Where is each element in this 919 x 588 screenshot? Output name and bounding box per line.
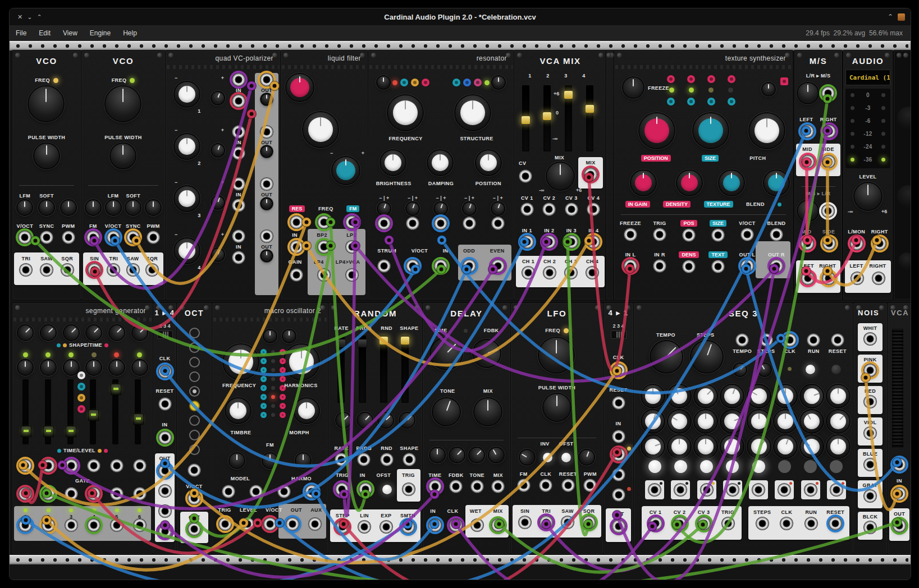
voct-jack[interactable] <box>406 259 419 273</box>
trig-out-jack[interactable] <box>402 483 415 496</box>
lfm-knob[interactable] <box>106 200 121 215</box>
seg-mode-icon[interactable] <box>77 394 85 402</box>
inv-button[interactable] <box>543 453 552 462</box>
saw-jack[interactable] <box>40 263 53 277</box>
saw-jack[interactable] <box>126 263 140 277</box>
mid-out-jack[interactable] <box>801 155 815 168</box>
seq-knob-r3-c8[interactable] <box>827 435 849 458</box>
model-icon-left[interactable] <box>260 412 267 418</box>
model-icon-left[interactable] <box>260 367 267 373</box>
brightness-knob[interactable] <box>381 150 405 175</box>
menu-engine[interactable]: Engine <box>84 29 117 37</box>
tempo-cv-knob[interactable] <box>731 361 748 378</box>
density-knob[interactable] <box>677 171 702 195</box>
even-jack[interactable] <box>491 259 505 273</box>
model-icon-left[interactable] <box>260 394 267 400</box>
whit-jack[interactable] <box>863 332 877 346</box>
rnd-atten-knob[interactable] <box>376 410 396 431</box>
freq-knob[interactable] <box>106 86 140 121</box>
freq-knob[interactable] <box>29 86 63 121</box>
decode-cv-jack[interactable] <box>821 204 835 218</box>
seq-knob-r1-c3[interactable] <box>690 380 722 412</box>
harmo-jack[interactable] <box>305 485 318 498</box>
timbre-atten-knob[interactable] <box>230 453 244 468</box>
in-jack-2[interactable] <box>612 448 625 461</box>
step-button-7[interactable] <box>804 460 817 473</box>
model-icon-right[interactable] <box>280 358 286 364</box>
time-level-jack-3[interactable] <box>65 459 78 472</box>
level-knob[interactable] <box>854 183 881 210</box>
harmonics-knob[interactable] <box>284 344 319 379</box>
model-icon-right[interactable] <box>280 349 286 355</box>
v-oct-jack[interactable] <box>107 231 120 244</box>
blue-jack[interactable] <box>863 458 877 471</box>
morph-knob[interactable] <box>294 398 319 423</box>
playback-mode-icon[interactable] <box>667 98 675 105</box>
timbre-knob[interactable] <box>226 398 250 423</box>
out-jack-1[interactable] <box>260 73 273 86</box>
in-jack-1[interactable] <box>612 430 625 443</box>
seq-knob-r1-c5[interactable] <box>743 381 774 412</box>
tri-jack[interactable] <box>19 263 33 277</box>
decode-knob[interactable] <box>798 201 818 221</box>
trig-jack[interactable] <box>218 517 232 531</box>
cv-1-jack[interactable] <box>649 517 662 530</box>
out-r-jack[interactable] <box>770 259 783 273</box>
out-level-knob-2[interactable] <box>262 146 272 157</box>
texture-knob[interactable] <box>719 171 744 195</box>
steps-knob[interactable] <box>687 337 727 377</box>
poly-knob[interactable] <box>377 76 390 89</box>
slider-handle[interactable] <box>401 337 409 344</box>
attenuverter-knob[interactable] <box>405 201 420 217</box>
res-jack[interactable] <box>290 215 303 229</box>
ch-3-jack[interactable] <box>564 266 578 279</box>
seq-knob-r3-c3[interactable] <box>694 435 717 458</box>
tempo-jack[interactable] <box>735 333 749 347</box>
channel-fader-4[interactable] <box>586 85 593 151</box>
seq-knob-r2-c5[interactable] <box>748 410 770 433</box>
in-jack-4[interactable] <box>612 488 625 502</box>
sin-jack[interactable] <box>88 263 101 277</box>
octave-step-2[interactable] <box>189 342 200 353</box>
level-fader-5[interactable] <box>112 379 118 444</box>
model-sel-knob[interactable] <box>264 330 276 342</box>
ofst-button[interactable] <box>561 453 571 462</box>
res-knob[interactable] <box>286 74 313 101</box>
seq-knob-r2-c4[interactable] <box>718 407 747 435</box>
host-icon[interactable] <box>898 13 905 21</box>
freq-jack[interactable] <box>317 215 331 229</box>
pwm-jack[interactable] <box>583 479 597 492</box>
left-out-jack[interactable] <box>851 272 864 285</box>
cv-3-jack[interactable] <box>565 203 578 216</box>
clk-jack[interactable] <box>780 517 793 530</box>
out-level-knob-1[interactable] <box>262 94 272 104</box>
out-jack[interactable] <box>188 522 201 536</box>
freq-knob[interactable] <box>539 338 574 373</box>
in-jack[interactable] <box>290 240 303 254</box>
prob-jack[interactable] <box>357 453 371 466</box>
right-in-jack[interactable] <box>822 125 836 138</box>
mix-atten-knob[interactable] <box>486 445 506 465</box>
lfm-knob[interactable] <box>17 200 32 215</box>
fdbk-atten-knob[interactable] <box>446 445 467 466</box>
pink-jack[interactable] <box>863 364 877 377</box>
step-button-4[interactable] <box>726 460 739 473</box>
time-level-jack-2[interactable] <box>42 459 55 472</box>
gray-jack[interactable] <box>863 489 877 503</box>
in-jack[interactable] <box>158 431 172 444</box>
model-jack-1[interactable] <box>222 485 235 498</box>
blend-knob[interactable] <box>764 171 789 195</box>
reset-jack[interactable] <box>612 396 625 410</box>
fader-handle[interactable] <box>133 414 144 425</box>
steps-cv-knob[interactable] <box>756 361 773 378</box>
lp4-jack[interactable] <box>317 268 331 282</box>
clk-jack[interactable] <box>539 479 552 492</box>
lp4vca-jack[interactable] <box>345 268 359 282</box>
seq-knob-r3-c5[interactable] <box>743 431 775 463</box>
v-oct-jack[interactable] <box>18 231 31 244</box>
attenuverter-knob[interactable] <box>490 201 506 217</box>
x-knob[interactable] <box>61 200 76 215</box>
fdbk-knob[interactable] <box>469 336 504 371</box>
run-jack[interactable] <box>807 333 820 347</box>
seg-mode-icon[interactable] <box>77 405 85 413</box>
